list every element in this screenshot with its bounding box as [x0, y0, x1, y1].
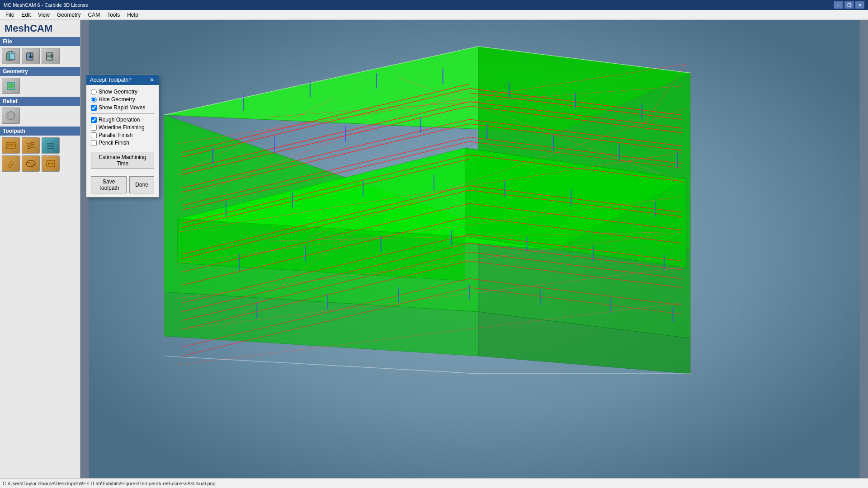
parallel-finish-item[interactable]: Parallel Finish — [91, 132, 154, 138]
parallel-finish-checkbox[interactable] — [91, 132, 97, 138]
show-rapid-moves-item[interactable]: Show Rapid Moves — [91, 104, 154, 111]
close-button[interactable]: ✕ — [855, 1, 864, 9]
rough-operation-item[interactable]: Rough Operation — [91, 117, 154, 123]
titlebar: MC MeshCAM 6 - Carbide 3D License − ❐ ✕ — [0, 0, 868, 10]
export-icon[interactable] — [42, 48, 60, 64]
menu-view[interactable]: View — [34, 11, 53, 19]
sidebar: MeshCAM File Geometry Relief — [0, 20, 80, 478]
parallel-icon[interactable] — [42, 137, 60, 154]
dialog-title: Accept Toolpath? — [90, 77, 132, 83]
minimize-button[interactable]: − — [834, 1, 843, 9]
menu-file[interactable]: File — [2, 11, 18, 19]
sidebar-section-geometry: Geometry — [0, 67, 80, 96]
hide-geometry-radio-item[interactable]: Hide Geometry — [91, 96, 154, 103]
geometry-icons — [0, 76, 80, 96]
menu-geometry[interactable]: Geometry — [53, 11, 85, 19]
import-icon[interactable] — [22, 48, 40, 64]
relief-icon[interactable] — [2, 108, 20, 124]
parallel-finish-label: Parallel Finish — [99, 132, 132, 138]
statusbar-text: C:\Users\Taylor Sharpe\Desktop\SWEETLab\… — [3, 481, 216, 486]
pencil-finish-label: Pencil Finish — [99, 140, 129, 146]
titlebar-title: MC MeshCAM 6 - Carbide 3D License — [4, 2, 88, 8]
menubar: File Edit View Geometry CAM Tools Help — [0, 10, 868, 20]
svg-rect-16 — [47, 160, 55, 167]
misc-icon[interactable] — [42, 155, 60, 172]
3d-scene — [80, 20, 868, 478]
file-icons — [0, 46, 80, 66]
hide-geometry-radio[interactable] — [91, 97, 97, 103]
sidebar-section-toolpath-label: Toolpath — [0, 127, 80, 136]
surface-icon[interactable] — [22, 155, 40, 172]
show-geometry-radio[interactable] — [91, 89, 97, 95]
accept-toolpath-dialog: Accept Toolpath? ✕ Show Geometry Hide Ge… — [86, 75, 159, 197]
pencil-finish-item[interactable]: Pencil Finish — [91, 140, 154, 146]
svg-point-17 — [48, 163, 50, 164]
save-toolpath-button[interactable]: Save Toolpath — [91, 176, 127, 193]
dialog-footer: Save Toolpath Done — [86, 173, 159, 197]
waterline-finishing-item[interactable]: Waterline Finishing — [91, 124, 154, 131]
svg-rect-4 — [9, 84, 13, 88]
dialog-divider — [91, 113, 154, 114]
done-button[interactable]: Done — [129, 176, 154, 193]
menu-cam[interactable]: CAM — [85, 11, 104, 19]
app-title: MeshCAM — [0, 20, 80, 37]
menu-edit[interactable]: Edit — [18, 11, 34, 19]
sidebar-section-file-label: File — [0, 37, 80, 46]
operations-group: Rough Operation Waterline Finishing Para… — [91, 117, 154, 146]
relief-icons — [0, 106, 80, 126]
dialog-titlebar: Accept Toolpath? ✕ — [86, 75, 159, 85]
waterline-finishing-checkbox[interactable] — [91, 125, 97, 131]
show-rapid-moves-label: Show Rapid Moves — [99, 104, 145, 111]
dialog-content: Show Geometry Hide Geometry Show Rapid M… — [86, 85, 159, 173]
geometry-icon[interactable] — [2, 78, 20, 94]
pencil-icon[interactable] — [2, 155, 20, 172]
show-geometry-label: Show Geometry — [99, 89, 137, 95]
pencil-finish-checkbox[interactable] — [91, 140, 97, 146]
svg-point-7 — [9, 114, 12, 117]
estimate-machining-time-button[interactable]: Estimate Machining Time — [91, 152, 154, 169]
waterline-finishing-label: Waterline Finishing — [99, 124, 145, 131]
svg-point-18 — [52, 163, 53, 164]
show-geometry-radio-item[interactable]: Show Geometry — [91, 89, 154, 95]
menu-help[interactable]: Help — [123, 11, 142, 19]
restore-button[interactable]: ❐ — [844, 1, 854, 9]
titlebar-controls: − ❐ ✕ — [834, 1, 864, 9]
sidebar-section-relief: Relief — [0, 97, 80, 126]
geometry-visibility-group: Show Geometry Hide Geometry — [91, 89, 154, 103]
dialog-close-button[interactable]: ✕ — [149, 77, 155, 83]
menu-tools[interactable]: Tools — [104, 11, 123, 19]
sidebar-section-file: File — [0, 37, 80, 66]
hide-geometry-label: Hide Geometry — [99, 96, 135, 103]
rough-icon[interactable] — [2, 137, 20, 154]
rough-operation-checkbox[interactable] — [91, 117, 97, 123]
sidebar-section-geometry-label: Geometry — [0, 67, 80, 76]
show-rapid-moves-checkbox[interactable] — [91, 105, 97, 111]
sidebar-section-toolpath: Toolpath — [0, 127, 80, 174]
open-file-icon[interactable] — [2, 48, 20, 64]
sidebar-section-relief-label: Relief — [0, 97, 80, 106]
toolpath-icons — [0, 136, 80, 174]
svg-rect-8 — [6, 142, 15, 149]
viewport[interactable] — [80, 20, 868, 478]
rough-operation-label: Rough Operation — [99, 117, 140, 123]
statusbar: C:\Users\Taylor Sharpe\Desktop\SWEETLab\… — [0, 478, 868, 488]
waterline-icon[interactable] — [22, 137, 40, 154]
